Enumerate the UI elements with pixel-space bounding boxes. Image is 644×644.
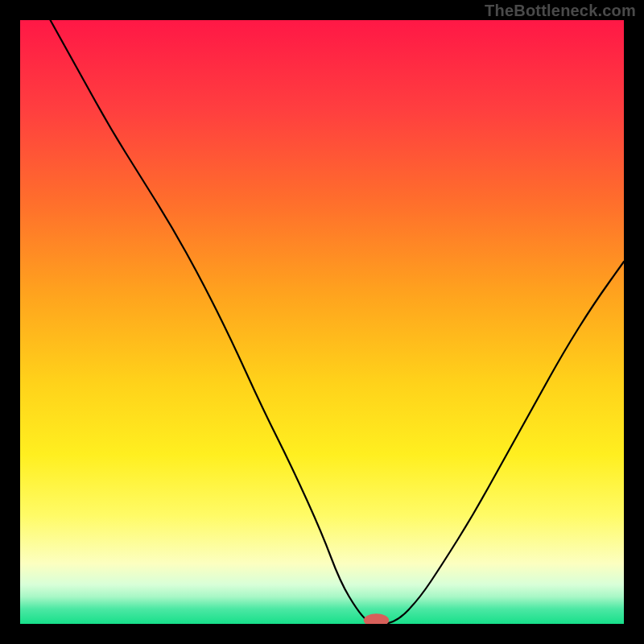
- plot-area: [20, 20, 624, 624]
- watermark-text: TheBottleneck.com: [485, 2, 636, 20]
- chart-frame: TheBottleneck.com: [0, 0, 644, 644]
- plot-svg: [20, 20, 624, 624]
